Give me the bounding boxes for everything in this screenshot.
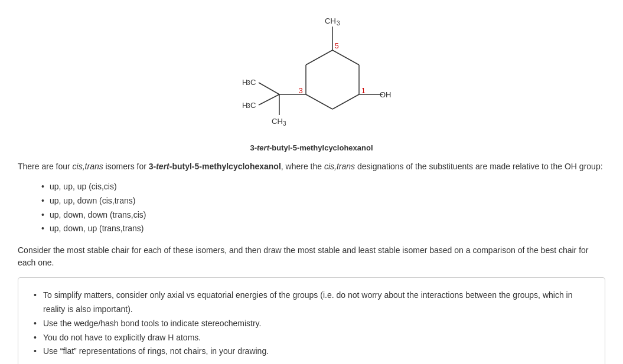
molecule-container: CH 3 5 OH 1 H 3 C H 3 C: [18, 6, 605, 139]
svg-text:5: 5: [335, 42, 339, 50]
hint-box: To simplify matters, consider only axial…: [18, 277, 605, 364]
list-item: up, up, down (cis,trans): [41, 194, 605, 208]
svg-text:3: 3: [283, 120, 286, 127]
svg-line-3: [306, 94, 332, 109]
svg-line-2: [332, 94, 359, 109]
consider-text: Consider the most stable chair for each …: [18, 244, 605, 269]
list-item: up, down, up (trans,trans): [41, 222, 605, 236]
svg-text:C: C: [250, 78, 256, 87]
svg-text:1: 1: [361, 87, 366, 95]
isomer-list: up, up, up (cis,cis) up, up, down (cis,t…: [41, 180, 605, 236]
svg-text:C: C: [250, 101, 256, 110]
hint-item: Use “flat” representations of rings, not…: [32, 345, 591, 359]
list-item: up, down, down (trans,cis): [41, 208, 605, 222]
svg-text:OH: OH: [380, 90, 392, 99]
svg-line-18: [259, 94, 279, 105]
hint-item: Use the wedge/hash bond tools to indicat…: [32, 317, 591, 331]
svg-text:3: 3: [337, 20, 340, 27]
hint-item: To simplify matters, consider only axial…: [32, 288, 591, 317]
compound-name: 3-tert-butyl-5-methylcyclohexanol: [18, 143, 605, 152]
svg-text:CH: CH: [325, 17, 336, 25]
hint-item: You do not have to explicitly draw H ato…: [32, 331, 591, 345]
svg-text:CH: CH: [272, 117, 283, 126]
svg-line-5: [306, 50, 332, 65]
svg-line-0: [332, 50, 359, 65]
svg-line-14: [259, 83, 279, 94]
svg-text:3: 3: [299, 87, 303, 95]
molecule-svg: CH 3 5 OH 1 H 3 C H 3 C: [229, 6, 394, 139]
intro-text: There are four cis,trans isomers for 3-t…: [18, 160, 605, 173]
list-item: up, up, up (cis,cis): [41, 180, 605, 194]
